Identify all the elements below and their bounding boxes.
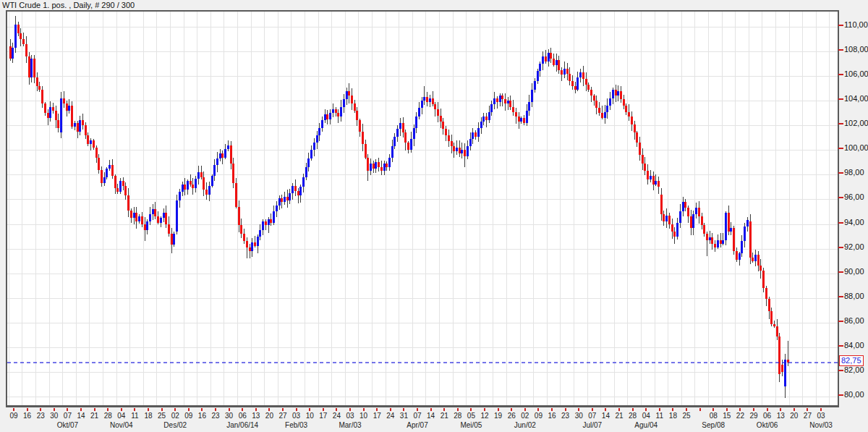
time-tick (645, 408, 647, 411)
time-tick-label: 21 (90, 412, 98, 420)
time-tick (537, 408, 539, 411)
candle-body (55, 111, 57, 121)
time-tick (578, 408, 579, 411)
price-tick-label: 104,00 (844, 94, 868, 103)
candle-body (340, 107, 342, 117)
candle-body (337, 113, 339, 117)
candle-body (391, 146, 393, 157)
candle-body (504, 99, 506, 103)
time-tick (161, 408, 163, 411)
candle-body (25, 44, 27, 56)
candle-body (706, 234, 708, 240)
candle-body (778, 336, 780, 375)
time-tick-label: 09 (9, 412, 17, 420)
candle-body (152, 209, 154, 214)
candle-body (273, 211, 275, 222)
time-tick-label: 16 (198, 412, 206, 420)
candle-body (542, 56, 544, 64)
candle-body (17, 25, 20, 33)
candle-body (365, 144, 367, 158)
candle-body (445, 129, 447, 135)
time-tick-label: 26 (508, 412, 516, 420)
candle-body (636, 132, 638, 143)
candle-body (523, 118, 525, 123)
time-tick (174, 408, 176, 411)
candle-body (404, 132, 407, 143)
time-tick-label: 14 (77, 412, 85, 420)
candle-body (232, 164, 234, 183)
candle-body (701, 216, 703, 225)
month-label: Agu/04 (634, 421, 658, 429)
candle-body (576, 77, 579, 90)
candle-body (299, 187, 302, 195)
candle-body (160, 218, 162, 223)
candle-body (270, 219, 272, 223)
candle-body (93, 140, 95, 148)
candle-body (754, 255, 757, 261)
candlestick-plot[interactable] (6, 10, 839, 407)
time-tick (67, 408, 68, 411)
candle-body (571, 81, 574, 86)
time-tick-label: 14 (427, 412, 435, 420)
candle-body (566, 69, 569, 74)
time-tick-label: 09 (535, 412, 542, 420)
time-tick-label: 28 (104, 412, 112, 420)
candle-body (305, 167, 307, 177)
time-tick (309, 408, 310, 411)
candle-body (33, 59, 35, 77)
time-tick (753, 408, 754, 411)
candle-body (141, 216, 143, 224)
time-tick (618, 408, 620, 411)
candle-body (254, 242, 256, 246)
candle-body (639, 143, 641, 155)
candle-body (620, 91, 622, 100)
time-tick (592, 408, 593, 411)
time-tick-label: 07 (588, 412, 596, 420)
time-axis: 0916233007142128041118250209162330061320… (6, 407, 839, 432)
candle-body (665, 216, 668, 222)
candle-body (569, 74, 571, 81)
time-tick-label: 13 (252, 412, 260, 420)
time-tick (242, 408, 243, 411)
candle-body (216, 158, 218, 165)
candle-body (310, 150, 312, 158)
candle-body (768, 299, 770, 311)
time-tick (430, 408, 432, 411)
candle-body (623, 99, 625, 106)
candle-body (197, 172, 200, 179)
candle-body (219, 153, 221, 158)
candle-body (396, 129, 399, 136)
candle-body (733, 228, 735, 251)
price-tick-label: 100,00 (844, 143, 868, 152)
candle-body (695, 208, 697, 214)
time-tick-label: 17 (373, 412, 381, 420)
candle-body (773, 324, 775, 326)
candle-body (87, 135, 89, 144)
candle-body (556, 60, 558, 65)
candle-body (692, 214, 694, 228)
price-axis: 82,75 110,00108,00106,00104,00102,00100,… (839, 0, 868, 432)
candle-body (63, 98, 65, 103)
candle-body (375, 162, 377, 169)
time-tick-label: 31 (400, 412, 408, 420)
time-tick-label: 04 (117, 412, 125, 420)
time-tick (780, 408, 781, 411)
candle-body (98, 158, 100, 170)
time-tick (188, 408, 190, 411)
candle-body (205, 190, 208, 195)
time-tick-label: 03 (292, 412, 300, 420)
candle-body (752, 258, 754, 261)
time-tick (726, 408, 728, 411)
time-tick-label: 08 (710, 412, 718, 420)
time-tick-label: 13 (777, 412, 785, 420)
candle-body (784, 360, 786, 386)
chart-title: WTI Crude 1. pos. , Daily, # 290 / 300 (2, 1, 135, 9)
candle-body (467, 146, 469, 156)
month-label: Nov/03 (809, 421, 833, 429)
candle-body (200, 172, 203, 177)
time-tick-label: 03 (346, 412, 354, 420)
time-tick-label: 28 (454, 412, 461, 420)
time-tick (201, 408, 203, 411)
time-tick-label: 02 (171, 412, 179, 420)
candle-body (332, 109, 334, 113)
